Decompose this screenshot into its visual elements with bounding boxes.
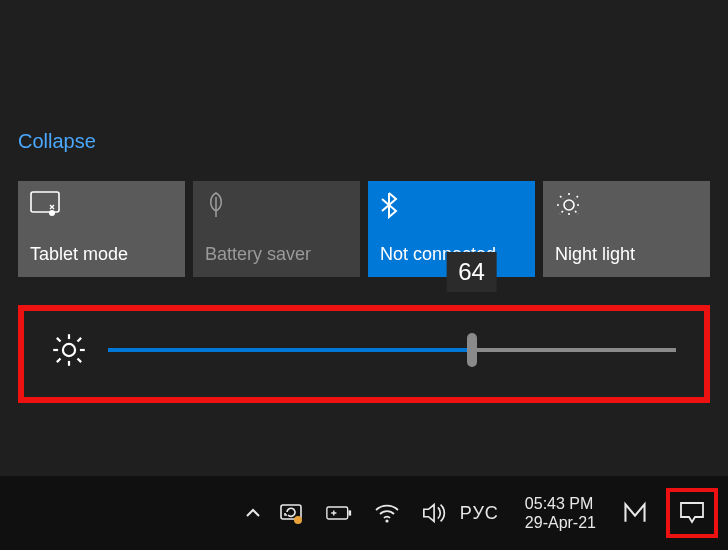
quick-action-tiles: Tablet mode Battery saver Not connected — [18, 181, 710, 277]
svg-point-25 — [385, 519, 388, 522]
brightness-slider[interactable]: 64 — [108, 348, 676, 352]
slider-thumb[interactable] — [467, 333, 477, 367]
svg-point-1 — [49, 210, 55, 216]
svg-point-22 — [294, 516, 302, 524]
svg-line-9 — [575, 211, 578, 214]
system-tray — [278, 500, 448, 526]
svg-rect-0 — [31, 192, 59, 212]
tile-battery-saver[interactable]: Battery saver — [193, 181, 360, 277]
action-center-button[interactable] — [666, 488, 718, 538]
tile-night-light[interactable]: Night light — [543, 181, 710, 277]
input-language[interactable]: РУС — [460, 503, 499, 524]
svg-point-3 — [564, 200, 574, 210]
slider-value-tooltip: 64 — [446, 252, 497, 292]
svg-line-19 — [78, 338, 82, 342]
monogram-icon[interactable] — [622, 500, 648, 526]
svg-line-18 — [78, 359, 82, 363]
slider-fill — [108, 348, 472, 352]
brightness-icon — [52, 333, 86, 367]
tile-label: Tablet mode — [30, 244, 173, 265]
tile-label: Battery saver — [205, 244, 348, 265]
svg-line-20 — [57, 359, 61, 363]
brightness-slider-region: 64 — [18, 305, 710, 403]
volume-icon[interactable] — [422, 500, 448, 526]
sync-icon[interactable] — [278, 500, 304, 526]
leaf-icon — [205, 191, 348, 219]
clock-time: 05:43 PM — [525, 494, 596, 513]
wifi-icon[interactable] — [374, 500, 400, 526]
svg-rect-23 — [327, 507, 348, 519]
svg-line-17 — [57, 338, 61, 342]
taskbar: РУС 05:43 PM 29-Apr-21 — [0, 476, 728, 550]
nightlight-icon — [555, 191, 698, 219]
tile-label: Night light — [555, 244, 698, 265]
action-center-panel: Collapse Tablet mode Battery saver — [0, 0, 728, 403]
collapse-link[interactable]: Collapse — [18, 130, 96, 153]
svg-rect-24 — [348, 510, 351, 515]
tray-overflow-icon[interactable] — [240, 500, 266, 526]
tablet-mode-icon — [30, 191, 173, 219]
svg-point-12 — [63, 344, 75, 356]
bluetooth-icon — [380, 191, 523, 219]
svg-line-10 — [575, 196, 578, 199]
svg-line-8 — [560, 196, 563, 199]
notification-icon — [678, 500, 706, 526]
taskbar-clock[interactable]: 05:43 PM 29-Apr-21 — [525, 494, 596, 532]
clock-date: 29-Apr-21 — [525, 513, 596, 532]
tile-tablet-mode[interactable]: Tablet mode — [18, 181, 185, 277]
battery-icon[interactable] — [326, 500, 352, 526]
svg-line-11 — [560, 211, 563, 214]
